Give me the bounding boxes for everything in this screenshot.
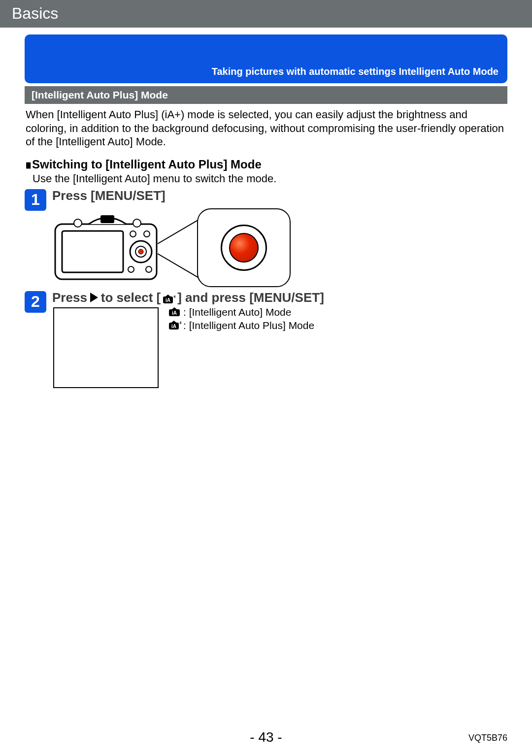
svg-line-12 (158, 219, 200, 244)
mode-row-ia: iA : [Intelligent Auto] Mode (168, 305, 314, 319)
page-number: - 43 - (250, 729, 282, 745)
svg-point-6 (144, 231, 150, 237)
step-2-body-wrap: Press to select [ iA + ] and press [MENU… (52, 290, 324, 388)
topic-banner: Taking pictures with automatic settings … (25, 34, 507, 83)
right-arrow-icon (90, 293, 98, 302)
step-1-title-text: Press [MENU/SET] (52, 188, 166, 203)
mode-row-iap: iA + : [Intelligent Auto Plus] Mode (168, 319, 314, 332)
chapter-title: Basics (12, 4, 58, 23)
svg-point-10 (74, 219, 82, 227)
step-2-title-mid: to select [ (101, 290, 161, 305)
section-subheader: [Intelligent Auto Plus] Mode (25, 86, 507, 104)
svg-point-11 (133, 219, 141, 227)
switching-note: Use the [Intelligent Auto] menu to switc… (33, 172, 507, 185)
svg-rect-2 (62, 231, 123, 272)
camera-body-icon (54, 210, 160, 284)
menu-set-button-inner-icon (229, 233, 259, 263)
step-1: 1 Press [MENU/SET] (25, 188, 507, 287)
page-content: Taking pictures with automatic settings … (0, 28, 532, 388)
callout-lines-icon (158, 219, 200, 278)
page-footer: - 43 - (0, 729, 532, 745)
section-subheader-text: [Intelligent Auto Plus] Mode (32, 89, 168, 100)
topic-banner-text: Taking pictures with automatic settings … (212, 66, 499, 77)
step-2-title-pre: Press (52, 290, 87, 305)
step-number-2: 2 (31, 293, 40, 311)
svg-text:iA: iA (171, 324, 176, 329)
ia-plus-icon: iA + (163, 293, 175, 302)
mode-iap-label: : [Intelligent Auto Plus] Mode (183, 319, 314, 332)
svg-point-7 (128, 266, 134, 272)
camera-illustration (54, 208, 291, 287)
mode-ia-label: : [Intelligent Auto] Mode (183, 305, 291, 319)
document-code: VQT5B76 (468, 733, 507, 743)
intro-paragraph: When [Intelligent Auto Plus] (iA+) mode … (25, 108, 507, 149)
ia-plus-icon-list: iA + (168, 320, 181, 330)
svg-line-13 (158, 254, 200, 278)
svg-point-8 (146, 266, 152, 272)
step-number-1: 1 (31, 191, 40, 209)
mode-list: iA : [Intelligent Auto] Mode iA + (168, 305, 314, 332)
step-2-title-post: ] and press [MENU/SET] (177, 290, 324, 305)
step-2-title: Press to select [ iA + ] and press [MENU… (52, 290, 324, 305)
svg-rect-1 (100, 215, 114, 223)
screen-placeholder (53, 307, 159, 388)
switching-heading: ∎Switching to [Intelligent Auto Plus] Mo… (25, 158, 507, 171)
svg-text:iA: iA (166, 297, 170, 303)
step-badge-1: 1 (25, 189, 46, 211)
step-2-details: iA : [Intelligent Auto] Mode iA + (53, 307, 324, 388)
ia-icon: iA (168, 307, 181, 317)
menu-set-button-icon (221, 225, 267, 271)
chapter-header: Basics (0, 0, 532, 28)
step-badge-2: 2 (25, 291, 46, 313)
svg-text:+: + (173, 295, 175, 299)
svg-point-5 (130, 231, 136, 237)
svg-point-9 (138, 249, 143, 254)
switching-heading-text: Switching to [Intelligent Auto Plus] Mod… (32, 158, 262, 171)
svg-text:+: + (179, 321, 181, 326)
svg-text:iA: iA (172, 310, 177, 316)
step-1-title: Press [MENU/SET] (52, 188, 291, 203)
step-1-body: Press [MENU/SET] (52, 188, 291, 287)
zoom-callout (197, 208, 291, 287)
step-2: 2 Press to select [ iA + ] and press [ME… (25, 290, 507, 388)
